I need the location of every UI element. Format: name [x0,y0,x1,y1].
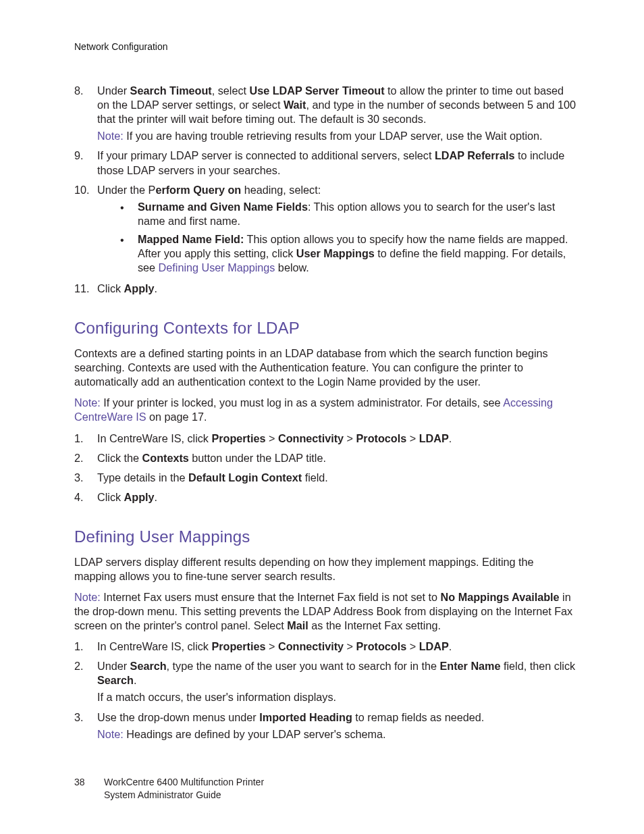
bullet-item: • Surname and Given Name Fields: This op… [120,200,578,228]
section-intro: Contexts are a defined starting points i… [74,346,578,389]
note-label: Note: [97,130,124,142]
step-text: Use the drop-down menus under Imported H… [97,710,578,725]
running-header: Network Configuration [74,41,578,53]
step-3: 3. Type details in the Default Login Con… [74,471,578,488]
bullet-list: • Surname and Given Name Fields: This op… [120,200,578,275]
footer-line-2: System Administrator Guide [74,789,264,802]
note: Note: If your printer is locked, you mus… [74,396,578,424]
ordered-list-section1: 1. In CentreWare IS, click Properties > … [74,432,578,507]
step-10: 10. Under the Perform Query on heading, … [74,183,578,279]
step-continuation: If a match occurs, the user's informatio… [97,690,578,704]
page-number: 38 [74,776,104,789]
step-text: Click Apply. [97,282,578,296]
step-text: Under the Perform Query on heading, sele… [97,183,578,197]
bullet-dot-icon: • [120,200,138,228]
step-text: In CentreWare IS, click Properties > Con… [97,432,578,446]
step-number: 2. [74,659,97,707]
note-label: Note: [74,396,101,409]
footer-line-1: WorkCentre 6400 Multifunction Printer [104,777,264,787]
step-number: 1. [74,432,97,448]
step-number: 3. [74,710,97,744]
link-defining-user-mappings[interactable]: Defining User Mappings [159,261,275,273]
bullet-item: • Mapped Name Field: This option allows … [120,232,578,275]
step-number: 11. [74,282,97,298]
step-1: 1. In CentreWare IS, click Properties > … [74,432,578,448]
heading-defining-user-mappings: Defining User Mappings [74,526,578,547]
step-2: 2. Click the Contexts button under the L… [74,451,578,468]
note-label: Note: [97,728,124,740]
step-text: Type details in the Default Login Contex… [97,471,578,485]
step-text: Under Search Timeout, select Use LDAP Se… [97,84,578,126]
step-2: 2. Under Search, type the name of the us… [74,659,578,707]
step-number: 2. [74,451,97,468]
note: Note: If you are having trouble retrievi… [97,129,578,143]
page-footer: 38WorkCentre 6400 Multifunction Printer … [74,776,264,802]
step-number: 3. [74,471,97,488]
step-11: 11. Click Apply. [74,282,578,298]
step-text: Click Apply. [97,490,578,504]
ordered-list-section2: 1. In CentreWare IS, click Properties > … [74,640,578,744]
step-4: 4. Click Apply. [74,490,578,507]
step-text: Click the Contexts button under the LDAP… [97,451,578,465]
step-number: 9. [74,149,97,180]
step-3: 3. Use the drop-down menus under Importe… [74,710,578,744]
note-label: Note: [74,591,101,603]
step-text: If your primary LDAP server is connected… [97,149,578,177]
step-number: 4. [74,490,97,507]
step-8: 8. Under Search Timeout, select Use LDAP… [74,84,578,146]
note: Note: Headings are defined by your LDAP … [97,727,578,741]
step-number: 10. [74,183,97,279]
step-9: 9. If your primary LDAP server is connec… [74,149,578,180]
section-intro: LDAP servers display different results d… [74,555,578,583]
step-text: Under Search, type the name of the user … [97,659,578,687]
step-number: 1. [74,640,97,656]
page: Network Configuration 8. Under Search Ti… [0,0,644,834]
note: Note: Internet Fax users must ensure tha… [74,590,578,633]
ordered-list-primary: 8. Under Search Timeout, select Use LDAP… [74,84,578,298]
step-number: 8. [74,84,97,146]
heading-configuring-contexts: Configuring Contexts for LDAP [74,317,578,338]
step-text: In CentreWare IS, click Properties > Con… [97,640,578,654]
step-1: 1. In CentreWare IS, click Properties > … [74,640,578,656]
bullet-dot-icon: • [120,232,138,275]
